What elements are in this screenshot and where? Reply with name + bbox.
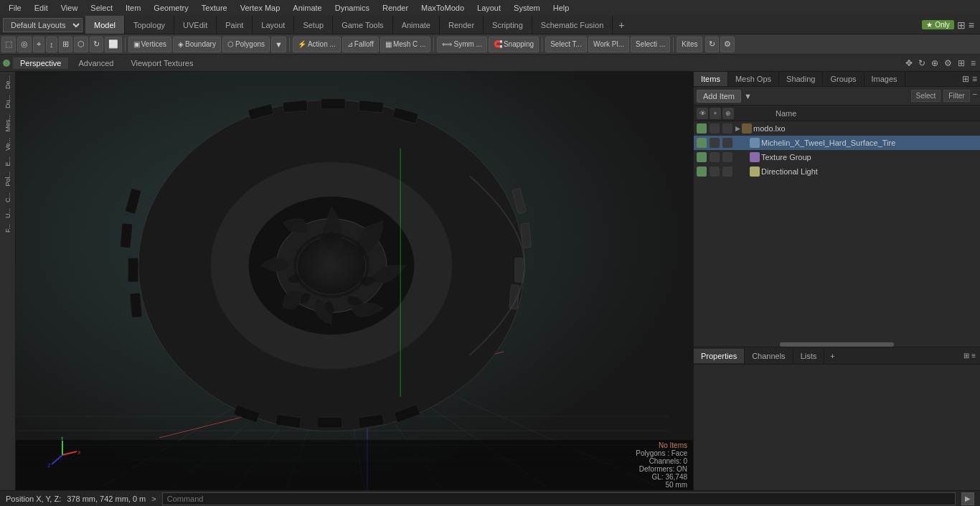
snapping-button[interactable]: 🧲 Snapping [489, 37, 539, 52]
item-visibility-3[interactable] [697, 152, 707, 162]
item-arrow-0[interactable]: ▶ [735, 125, 740, 132]
action-button[interactable]: ⚡ Action ... [293, 37, 341, 52]
layout-tab-gametools[interactable]: Game Tools [333, 16, 393, 34]
polygon-dropdown-button[interactable]: ▼ [271, 37, 286, 52]
items-tab-groups[interactable]: Groups [823, 72, 864, 86]
vp-settings-icon[interactable]: ≡ [969, 57, 977, 70]
select-mode-1-button[interactable]: ⬚ [1, 37, 16, 52]
maximize-icon[interactable]: ⊞ [957, 19, 966, 31]
polygons-button[interactable]: ⬡ Polygons [222, 37, 270, 52]
item-lock-2[interactable] [722, 138, 732, 148]
properties-add-button[interactable]: + [824, 349, 840, 363]
left-tool-u[interactable]: U... [3, 206, 13, 220]
view-settings-button[interactable]: ⚙ [720, 37, 735, 52]
item-visibility-4[interactable] [697, 167, 707, 177]
item-flag-2[interactable] [710, 138, 720, 148]
items-scrollbar-thumb[interactable] [780, 342, 895, 347]
item-lock-3[interactable] [722, 152, 732, 162]
meshc-button[interactable]: ▦ Mesh C ... [380, 37, 431, 52]
left-tool-edge[interactable]: E... [3, 154, 13, 169]
select-mode-4-button[interactable]: ↕ [46, 37, 57, 52]
menu-edit[interactable]: Edit [29, 2, 54, 14]
items-tab-images[interactable]: Images [864, 72, 905, 86]
items-tab-shading[interactable]: Shading [779, 72, 823, 86]
menu-vertexmap[interactable]: Vertex Map [235, 2, 286, 14]
layout-dropdown[interactable]: Default Layouts [3, 18, 83, 32]
menu-select[interactable]: Select [85, 2, 118, 14]
select-tool-button[interactable]: Select T... [545, 37, 587, 52]
item-flag-4[interactable] [710, 167, 720, 177]
command-execute-button[interactable]: ▶ [961, 492, 974, 505]
item-visibility-1[interactable] [697, 123, 707, 133]
layout-tab-animate[interactable]: Animate [393, 16, 440, 34]
falloff-button[interactable]: ⊿ Falloff [342, 37, 379, 52]
menu-view[interactable]: View [55, 2, 84, 14]
item-row-tire[interactable]: Michelin_X_Tweel_Hard_Surface_Tire [694, 136, 980, 150]
layout-tab-topology[interactable]: Topology [125, 16, 174, 34]
vp-rotate-icon[interactable]: ↻ [917, 57, 927, 70]
layout-tab-setup[interactable]: Setup [294, 16, 333, 34]
star-only-badge[interactable]: ★ Only [922, 20, 953, 29]
layout-add-button[interactable]: + [613, 17, 630, 34]
layout-tab-uvedit[interactable]: UVEdit [174, 16, 217, 34]
item-row-texture[interactable]: Texture Group [694, 150, 980, 164]
items-settings-icon[interactable]: ≡ [972, 74, 977, 84]
command-input[interactable] [162, 492, 956, 505]
symmetry-button[interactable]: ⟺ Symm ... [437, 37, 486, 52]
selection-button[interactable]: Selecti ... [631, 37, 670, 52]
left-tool-f[interactable]: F... [3, 222, 13, 235]
select-mode-5-button[interactable]: ⊞ [59, 37, 72, 52]
item-flag-3[interactable] [710, 152, 720, 162]
items-tab-items[interactable]: Items [694, 72, 728, 86]
menu-file[interactable]: File [3, 2, 27, 14]
vp-expand-icon[interactable]: ⊞ [956, 57, 966, 70]
viewport-dot[interactable] [3, 60, 10, 67]
properties-tab-channels[interactable]: Channels [745, 349, 793, 363]
viewport-tab-perspective[interactable]: Perspective [13, 57, 68, 69]
viewport-tab-advanced[interactable]: Advanced [71, 57, 121, 69]
menu-texture[interactable]: Texture [196, 2, 233, 14]
layout-tab-model[interactable]: Model [85, 16, 125, 34]
vertices-button[interactable]: ▣ Vertices [128, 37, 172, 52]
select-mode-8-button[interactable]: ⬜ [105, 37, 122, 52]
select-mode-2-button[interactable]: ◎ [17, 37, 32, 52]
add-item-button[interactable]: Add Item [697, 90, 741, 103]
menu-dynamics[interactable]: Dynamics [329, 2, 375, 14]
items-expand-icon[interactable]: ⊞ [962, 74, 969, 84]
menu-maxtomodo[interactable]: MaxToModo [415, 2, 470, 14]
boundary-button[interactable]: ◈ Boundary [173, 37, 221, 52]
layout-tab-render[interactable]: Render [440, 16, 484, 34]
vp-zoom-icon[interactable]: ⊕ [930, 57, 940, 70]
kites-button[interactable]: Kites [677, 37, 702, 52]
select-mode-7-button[interactable]: ↻ [90, 37, 103, 52]
settings-icon[interactable]: ≡ [969, 19, 974, 31]
item-row-light[interactable]: Directional Light [694, 164, 980, 179]
vp-camera-icon[interactable]: ⚙ [943, 57, 953, 70]
left-tool-poly[interactable]: Pol... [3, 169, 13, 189]
workplane-button[interactable]: Work Pl... [588, 37, 629, 52]
items-list[interactable]: ▶ modo.lxo Michelin_X_Tweel_Hard_Surface… [694, 121, 980, 342]
item-lock-4[interactable] [722, 167, 732, 177]
menu-help[interactable]: Help [547, 2, 575, 14]
menu-system[interactable]: System [508, 2, 546, 14]
properties-tab-props[interactable]: Properties [694, 349, 745, 363]
properties-tab-lists[interactable]: Lists [793, 349, 825, 363]
items-tab-meshops[interactable]: Mesh Ops [728, 72, 779, 86]
menu-animate[interactable]: Animate [287, 2, 327, 14]
left-tool-mesh[interactable]: Mes... [3, 112, 13, 134]
layout-tab-paint[interactable]: Paint [217, 16, 253, 34]
view-rotate-button[interactable]: ↻ [705, 37, 719, 52]
layout-tab-schematic[interactable]: Schematic Fusion [532, 16, 613, 34]
item-lock-1[interactable] [722, 123, 732, 133]
select-button[interactable]: Select [911, 90, 941, 102]
filter-button[interactable]: Filter [943, 90, 969, 102]
items-scrollbar[interactable] [694, 342, 980, 347]
left-tool-vertex[interactable]: Ve... [3, 136, 13, 153]
menu-render[interactable]: Render [377, 2, 414, 14]
item-flag-1[interactable] [710, 123, 720, 133]
add-item-arrow-icon[interactable]: ▼ [744, 92, 752, 100]
menu-item[interactable]: Item [120, 2, 146, 14]
menu-layout[interactable]: Layout [471, 2, 507, 14]
item-row-modo[interactable]: ▶ modo.lxo [694, 121, 980, 136]
layout-tab-scripting[interactable]: Scripting [484, 16, 532, 34]
